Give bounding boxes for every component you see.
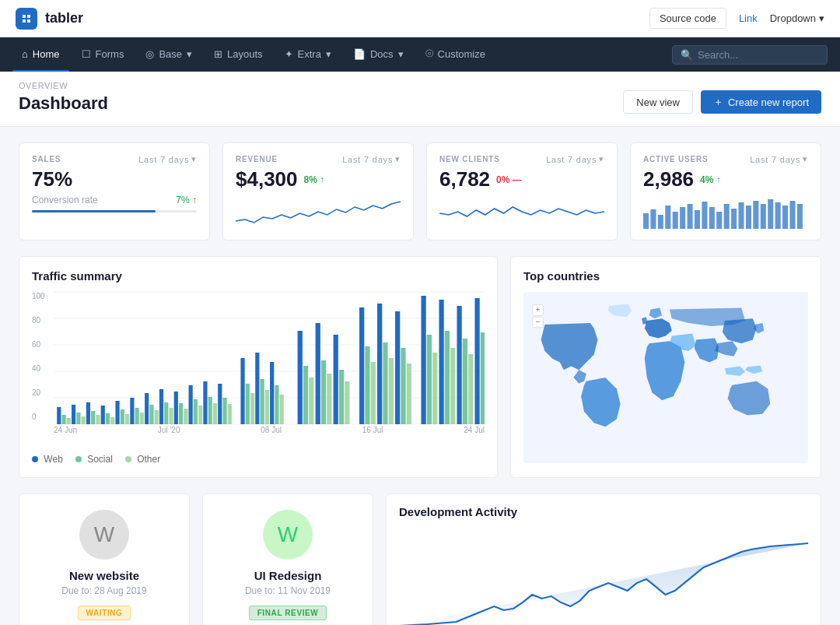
svg-rect-16 [761,204,766,229]
chevron-down-icon: ▾ [395,154,401,164]
dev-card-header: Development Activity [387,494,821,518]
web-dot [32,456,38,462]
users-change: 4% ↑ [700,174,721,185]
world-map: + − [523,292,808,463]
svg-rect-30 [67,418,71,424]
svg-rect-79 [334,335,338,424]
svg-rect-97 [457,306,461,424]
users-period[interactable]: Last 7 days ▾ [750,154,808,164]
project-card-2: W UI Redesign Due to: 11 Nov 2019 FINAL … [202,493,373,625]
nav-item-base[interactable]: ◎ Base ▾ [136,37,201,72]
svg-rect-78 [327,374,331,424]
svg-text:+: + [536,305,541,314]
traffic-summary-card: Traffic summary 0 20 40 60 80 100 [19,256,498,478]
sales-change: 7% ↑ [176,195,197,205]
traffic-chart: 0 20 40 60 80 100 [32,292,485,448]
svg-rect-90 [407,363,411,424]
search-input[interactable] [698,49,822,61]
sales-sub: Conversion rate 7% ↑ [32,195,197,205]
svg-rect-64 [240,358,244,424]
svg-rect-37 [101,406,105,424]
svg-rect-33 [82,416,86,424]
arrow-down-icon: — [513,174,522,185]
svg-rect-86 [383,342,387,424]
svg-rect-2 [658,215,663,229]
svg-rect-93 [432,353,437,424]
nav-item-customize[interactable]: ⦾ Customize [416,37,495,72]
svg-rect-50 [164,402,168,424]
svg-rect-56 [194,399,198,424]
main-content: SALES Last 7 days ▾ 75% Conversion rate … [0,127,840,625]
svg-rect-87 [389,358,394,424]
clients-sparkline [439,198,604,229]
svg-rect-45 [140,413,144,424]
clients-label: NEW CLIENTS Last 7 days ▾ [439,154,604,164]
legend-web: Web [32,454,63,465]
topbar: tabler Source code Link Dropdown ▾ [0,0,840,37]
svg-rect-44 [135,408,139,424]
svg-rect-18 [775,202,781,229]
project-due-1: Due to: 28 Aug 2019 [61,585,146,596]
clients-value: 6,782 0% — [439,167,604,191]
topbar-right: Source code Link Dropdown ▾ [649,8,824,29]
logo-text: tabler [45,10,83,26]
nav-item-home[interactable]: ⌂ Home [12,37,69,72]
svg-rect-48 [155,410,159,424]
chevron-down-icon: ▾ [191,154,197,164]
nav-item-forms[interactable]: ☐ Forms [72,37,134,72]
search-icon: 🔍 [681,49,693,61]
project-badge-2: FINAL REVIEW [249,606,327,620]
other-dot [125,456,131,462]
svg-rect-29 [61,415,65,424]
svg-rect-36 [96,415,100,424]
revenue-value: $4,300 8% ↑ [236,167,401,191]
svg-rect-52 [174,392,178,424]
page-header-left: OVERVIEW Dashboard [19,81,108,114]
svg-rect-59 [208,397,212,424]
svg-rect-51 [169,408,173,424]
plus-icon: ＋ [713,95,723,109]
forms-icon: ☐ [82,48,91,60]
bar-chart-area [54,292,485,424]
new-view-button[interactable]: New view [623,90,693,114]
svg-rect-15 [753,201,758,229]
dropdown-menu[interactable]: Dropdown ▾ [770,12,824,24]
svg-rect-82 [359,307,364,424]
nav-item-layouts[interactable]: ⊞ Layouts [205,37,272,72]
top-countries-card: Top countries + − [510,256,821,478]
svg-rect-101 [481,332,485,424]
svg-rect-49 [159,389,163,424]
countries-title: Top countries [523,269,808,283]
svg-rect-38 [106,413,110,424]
svg-rect-81 [345,381,349,424]
sales-value: 75% [32,167,197,191]
link-button[interactable]: Link [739,12,758,24]
svg-rect-8 [702,202,707,229]
svg-rect-40 [115,401,119,424]
legend-social: Social [75,454,113,465]
nav-item-docs[interactable]: 📄 Docs ▾ [344,37,413,72]
customize-icon: ⦾ [425,47,433,60]
svg-rect-74 [303,366,308,424]
y-axis: 0 20 40 60 80 100 [32,292,54,424]
arrow-up-icon: ↑ [320,174,324,185]
sales-stat-card: SALES Last 7 days ▾ 75% Conversion rate … [19,142,210,241]
page-title: Dashboard [19,93,108,114]
clients-period[interactable]: Last 7 days ▾ [546,154,604,164]
nav-item-extra[interactable]: ✦ Extra ▾ [275,37,341,72]
source-code-button[interactable]: Source code [649,8,726,29]
create-report-button[interactable]: ＋ Create new report [701,90,821,114]
svg-rect-65 [246,384,250,424]
project-name-1: New website [69,569,139,582]
project-avatar-1: W [79,510,129,560]
svg-rect-100 [474,298,479,424]
svg-rect-72 [280,395,284,424]
sales-period[interactable]: Last 7 days ▾ [138,154,197,164]
svg-rect-7 [695,210,700,229]
revenue-period[interactable]: Last 7 days ▾ [342,154,401,164]
svg-rect-98 [463,339,467,424]
users-stat-card: ACTIVE USERS Last 7 days ▾ 2,986 4% ↑ [630,142,821,241]
search-container: 🔍 [672,45,828,65]
clients-stat-card: NEW CLIENTS Last 7 days ▾ 6,782 0% — [426,142,618,241]
svg-rect-0 [643,213,649,229]
